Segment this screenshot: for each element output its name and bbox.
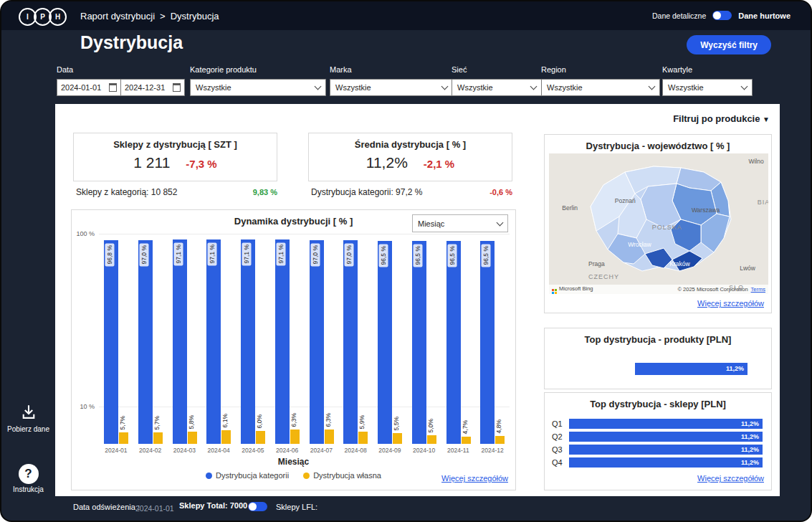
top-products-title: Top dystrybucja - produkty [PLN] xyxy=(545,334,771,345)
download-icon xyxy=(19,403,38,421)
bar-dystrybucja-wlasna[interactable] xyxy=(427,435,436,444)
top-stores-card: Top dystrybucja - sklepy [PLN] Q111,2%Q2… xyxy=(544,392,772,490)
date-to-input[interactable]: 2024-12-31 xyxy=(120,79,185,96)
bar-dystrybucja-wlasna[interactable] xyxy=(462,437,471,444)
bar-dystrybucja-wlasna[interactable] xyxy=(393,433,402,444)
brand-dropdown-value: Wszystkie xyxy=(335,83,371,92)
stores-total-label: Sklepy Total: 7000 xyxy=(179,501,247,510)
top-store-bar[interactable]: 11,2% xyxy=(569,419,763,429)
y-axis-tick: 10 % xyxy=(72,403,95,410)
kpi-delta: -2,1 % xyxy=(424,158,454,170)
bar-dystrybucja-kategorii[interactable] xyxy=(241,239,255,444)
bar-dystrybucja-wlasna[interactable] xyxy=(153,432,163,444)
kpi-card-avg-distribution[interactable]: Średnia dystrybucja [ % ] 11,2% -2,1 % xyxy=(308,133,512,181)
bar-dystrybucja-kategorii[interactable] xyxy=(480,241,495,444)
clear-filters-button[interactable]: Wyczyść filtry xyxy=(687,35,771,54)
details-link[interactable]: Więcej szczegółów xyxy=(441,474,508,483)
bar-dystrybucja-wlasna[interactable] xyxy=(256,431,265,444)
refresh-date-value: 2024-01-01 xyxy=(135,504,174,513)
bar-dystrybucja-kategorii[interactable] xyxy=(173,239,187,444)
calendar-icon xyxy=(173,83,181,92)
chevron-down-icon xyxy=(497,219,504,226)
bar-dystrybucja-kategorii[interactable] xyxy=(446,241,461,444)
report-canvas: Filtruj po produkcie ▼ Sklepy z dystrybu… xyxy=(55,104,780,496)
bar-value-label: 5,5% xyxy=(393,417,400,430)
bar-dystrybucja-kategorii[interactable] xyxy=(275,239,290,444)
bar-dystrybucja-kategorii[interactable] xyxy=(310,240,324,444)
breadcrumb-separator: > xyxy=(160,11,166,22)
kpi-subtitle-delta: 9,83 % xyxy=(253,188,277,196)
bar-dystrybucja-kategorii[interactable] xyxy=(206,239,221,444)
top-store-bar[interactable]: 11,2% xyxy=(569,445,763,455)
legend-label: Dystrybucja kategorii xyxy=(216,471,289,480)
stores-lfl-label: Sklepy LFL: xyxy=(276,503,317,511)
download-data-button[interactable]: Pobierz dane xyxy=(1,403,55,433)
kpi-value: 11,2% xyxy=(366,154,408,171)
bar-dystrybucja-kategorii[interactable] xyxy=(343,240,358,444)
wholesale-data-label: Dane hurtowe xyxy=(738,11,790,20)
map-label: BIA xyxy=(758,199,768,206)
date-from-input[interactable]: 2024-01-01 xyxy=(57,79,121,96)
dashboard-window: I P H Raport dystrybucji > Dystrybucja D… xyxy=(0,0,812,522)
kpi-subtitle-value: 10 852 xyxy=(151,187,178,197)
kpi-title: Sklepy z dystrybucją [ SZT ] xyxy=(74,139,277,150)
kpi-subtitle-row: Sklepy z kategorią: 10 852 9,83 % xyxy=(76,187,277,197)
quarter-label: Q3 xyxy=(552,445,569,454)
period-dropdown[interactable]: Miesiąc xyxy=(412,214,508,232)
bar-dystrybucja-wlasna[interactable] xyxy=(188,432,197,444)
kpi-card-stores[interactable]: Sklepy z dystrybucją [ SZT ] 1 211 -7,3 … xyxy=(73,133,277,181)
bar-dystrybucja-wlasna[interactable] xyxy=(290,430,300,444)
chevron-down-icon xyxy=(530,83,538,90)
bar-dystrybucja-wlasna[interactable] xyxy=(221,430,231,444)
breadcrumb-root[interactable]: Raport dystrybucji xyxy=(80,11,155,22)
bar-group: 97,1 %6,0%2024-05 xyxy=(236,234,270,444)
brand-dropdown[interactable]: Wszystkie xyxy=(330,79,453,96)
network-dropdown[interactable]: Wszystkie xyxy=(452,79,542,96)
bar-dystrybucja-wlasna[interactable] xyxy=(119,432,128,444)
table-row: Q111,2% xyxy=(552,417,763,430)
bar-group: 97,1 %6,3%2024-06 xyxy=(270,234,305,444)
quartile-dropdown[interactable]: Wszystkie xyxy=(662,79,753,96)
breadcrumb-current: Dystrybucja xyxy=(171,11,219,22)
stores-lfl-toggle[interactable] xyxy=(248,502,267,511)
table-row: Q311,2% xyxy=(552,443,763,456)
bar-dystrybucja-wlasna[interactable] xyxy=(325,430,334,444)
legend-item[interactable]: Dystrybucja kategorii xyxy=(206,471,289,480)
details-link[interactable]: Więcej szczegółów xyxy=(697,474,764,483)
bar-value-label: 97,1 % xyxy=(174,242,183,265)
legend-item[interactable]: Dystrybucja własna xyxy=(303,471,381,480)
poland-choropleth-map[interactable]: Microsoft Bing © 2025 Microsoft Corporat… xyxy=(549,153,768,294)
bar-dystrybucja-wlasna[interactable] xyxy=(358,432,368,444)
terms-link[interactable]: Terms xyxy=(751,286,765,293)
top-product-bar[interactable]: 11,2% xyxy=(635,363,747,375)
bar-group: 96,5 %5,0%2024-10 xyxy=(407,234,441,444)
kpi-value: 1 211 xyxy=(133,154,170,171)
product-filter-label: Filtruj po produkcie xyxy=(673,113,760,124)
status-bar: Data odświeżenia : 2024-01-01 Sklepy Tot… xyxy=(55,496,811,521)
bar-dystrybucja-kategorii[interactable] xyxy=(412,241,426,444)
details-link[interactable]: Więcej szczegółów xyxy=(697,299,764,308)
map-label: Warszawa xyxy=(692,207,720,214)
filter-label-region: Region xyxy=(541,65,566,74)
region-dropdown[interactable]: Wszystkie xyxy=(541,79,660,96)
kpi-subtitle-label: Dystrybucja kategorii: xyxy=(311,187,393,197)
bar-dystrybucja-kategorii[interactable] xyxy=(104,240,118,444)
kpi-subtitle-row: Dystrybucja kategorii: 97,2 % -0,6 % xyxy=(311,187,512,197)
bar-value-label: 96,5 % xyxy=(448,244,457,267)
bar-value-label: 97,0 % xyxy=(345,243,354,266)
map-label: Praga xyxy=(588,260,605,267)
x-axis-title: Miesiąc xyxy=(72,457,515,467)
bar-dystrybucja-kategorii[interactable] xyxy=(138,240,153,444)
breadcrumb: Raport dystrybucji > Dystrybucja xyxy=(80,11,219,22)
bar-dystrybucja-kategorii[interactable] xyxy=(378,241,392,444)
top-store-bar[interactable]: 11,2% xyxy=(569,457,763,468)
data-mode-toggle[interactable] xyxy=(712,11,732,20)
bar-value-label: 97,1 % xyxy=(277,242,286,265)
bar-plot-area: 96,8 %5,7%2024-0197,0 %5,7%2024-0297,1 %… xyxy=(99,234,510,444)
help-button[interactable]: ? Instrukcja xyxy=(1,464,55,493)
map-label: Lwów xyxy=(740,265,755,272)
product-filter-expander[interactable]: Filtruj po produkcie ▼ xyxy=(673,113,770,124)
category-dropdown[interactable]: Wszystkie xyxy=(190,79,326,96)
top-store-bar[interactable]: 11,2% xyxy=(569,432,763,442)
bar-dystrybucja-wlasna[interactable] xyxy=(495,436,505,444)
